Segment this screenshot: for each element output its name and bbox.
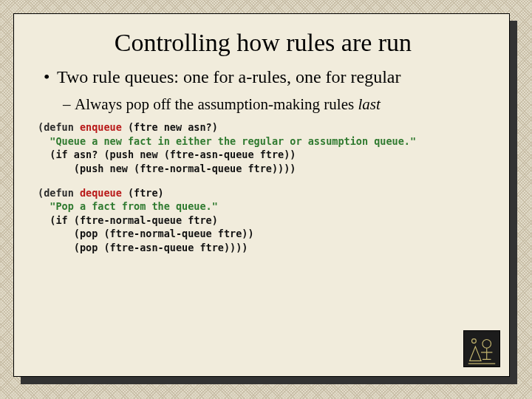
code-docstring: "Pop a fact from the queue." [38,200,218,212]
code-line: (if (ftre-normal-queue ftre) [38,214,218,226]
code-fn-name: dequeue [80,187,122,199]
corner-logo [463,330,500,367]
code-token: (defun [38,121,80,133]
code-token: (defun [38,187,80,199]
slide-title: Controlling how rules are run [38,29,488,57]
slide-background: Controlling how rules are run • Two rule… [0,0,532,399]
dash-icon: – [63,94,75,115]
code-line: (pop (ftre-asn-queue ftre)))) [38,242,248,253]
bullet-dot-icon: • [44,66,57,89]
code-block-enqueue: (defun enqueue (ftre new asn?) "Queue a … [38,120,488,176]
sub-bullet-list: – Always pop off the assumption-making r… [63,94,488,115]
sub-bullet-item: – Always pop off the assumption-making r… [63,94,488,115]
code-token: (ftre) [122,187,164,199]
code-line: (pop (ftre-normal-queue ftre)) [38,228,254,239]
logo-icon [464,331,499,366]
slide-panel: Controlling how rules are run • Two rule… [13,13,510,377]
sub-bullet-pre: Always pop off the assumption-making rul… [75,95,358,113]
code-line: (push new (ftre-normal-queue ftre)))) [38,163,296,174]
code-line: (if asn? (push new (ftre-asn-queue ftre)… [38,149,296,160]
code-block-dequeue: (defun dequeue (ftre) "Pop a fact from t… [38,186,488,255]
sub-bullet-text: Always pop off the assumption-making rul… [75,94,381,115]
bullet-text: Two rule queues: one for a-rules, one fo… [57,66,400,89]
code-docstring: "Queue a new fact in either the regular … [38,135,416,147]
bullet-item: • Two rule queues: one for a-rules, one … [44,66,488,89]
code-token: (ftre new asn?) [122,121,218,133]
sub-bullet-em: last [358,95,380,113]
code-fn-name: enqueue [80,121,122,133]
bullet-list: • Two rule queues: one for a-rules, one … [44,66,488,89]
